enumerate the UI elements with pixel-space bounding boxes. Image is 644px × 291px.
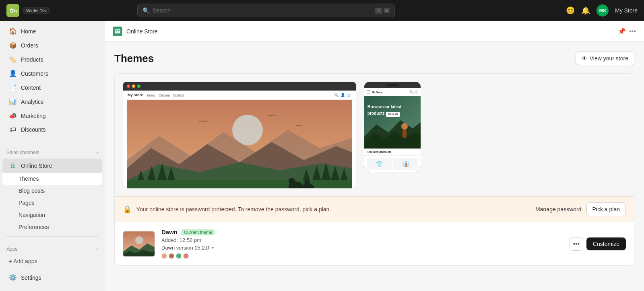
header-actions: 📌 ••• [618, 27, 636, 35]
sidebar-label-online-store: Online Store [21, 163, 52, 169]
manage-password-link[interactable]: Manage password [535, 206, 581, 213]
sidebar-divider-2 [6, 236, 98, 237]
cmd-key: ⌘ [375, 8, 382, 14]
eye-icon: 👁 [582, 55, 587, 62]
theme-actions: ••• Customize [570, 237, 626, 251]
svg-point-22 [289, 178, 295, 184]
sidebar-item-home[interactable]: 🏠 Home [2, 24, 102, 38]
settings-icon: ⚙️ [9, 274, 17, 281]
mockup-nav-icons: 🔍 👤 🛒 [334, 93, 351, 97]
sidebar-label-marketing: Marketing [21, 113, 45, 119]
customers-icon: 👤 [9, 70, 17, 77]
mobile-product-card-1: 👕 [367, 158, 392, 170]
add-apps-item[interactable]: + Add apps [2, 255, 102, 267]
search-icon: 🔍 [142, 7, 149, 14]
sidebar-item-products[interactable]: 🏷️ Products [2, 52, 102, 66]
mockup-search-icon: 🔍 [334, 93, 339, 97]
version-chevron-icon[interactable]: ▾ [212, 245, 214, 250]
sidebar-sub-label-navigation: Navigation [19, 212, 45, 218]
theme-info: Dawn Current theme Added: 12:52 pm Dawn … [161, 229, 563, 259]
avatar[interactable]: MS [597, 4, 609, 17]
sales-channels-header[interactable]: Sales channels › [0, 147, 105, 159]
sidebar-sub-item-themes[interactable]: Themes [2, 173, 102, 185]
mockup-nav-bar: My Store Home Catalog Contact 🔍 👤 🛒 [123, 91, 356, 100]
support-icon[interactable]: 😊 [566, 6, 575, 15]
pick-plan-button[interactable]: Pick a plan [586, 202, 626, 216]
theme-name: Dawn [161, 229, 178, 235]
svg-rect-29 [402, 130, 407, 138]
sidebar-sub-item-navigation[interactable]: Navigation [2, 209, 102, 221]
online-store-icon: ⊞ [9, 162, 17, 169]
mobile-product-card-2: 👔 [393, 158, 418, 170]
sidebar-sub-label-themes: Themes [19, 175, 39, 182]
mockup-content: My Store Home Catalog Contact 🔍 👤 🛒 [123, 91, 356, 188]
mobile-notch [386, 84, 398, 86]
marketing-icon: 📣 [9, 112, 17, 120]
content-header: Online Store 📌 ••• [105, 21, 644, 42]
lock-icon: 🔒 [123, 205, 132, 214]
mockup-nav-contact: Contact [173, 93, 184, 97]
sidebar-item-marketing[interactable]: 📣 Marketing [2, 109, 102, 123]
bell-icon[interactable]: 🔔 [581, 6, 590, 15]
sidebar-item-analytics[interactable]: 📊 Analytics [2, 95, 102, 109]
winter-badge: Winter '25 [23, 7, 50, 14]
more-options-icon[interactable]: ••• [629, 28, 636, 35]
sidebar-sub-item-pages[interactable]: Pages [2, 197, 102, 209]
theme-version: Dawn version 15.2.0 [161, 245, 209, 251]
sidebar-label-analytics: Analytics [21, 99, 43, 105]
page-title-row: Themes 👁 View your store [114, 52, 634, 65]
content-icon: 📄 [9, 84, 17, 91]
password-banner: 🔒 Your online store is password protecte… [115, 196, 634, 222]
mobile-content: ☰ My Store 🔍 🛒 [364, 88, 421, 172]
apps-header[interactable]: Apps › [0, 243, 105, 255]
sidebar-label-products: Products [21, 56, 43, 63]
search-input[interactable] [153, 7, 372, 14]
mobile-hero-text: Browse our latest products Shop all [367, 104, 417, 117]
store-name[interactable]: My Store [615, 7, 638, 14]
search-shortcut: ⌘ K [375, 8, 390, 14]
sidebar-sub-item-preferences[interactable]: Preferences [2, 221, 102, 233]
dot-red [127, 85, 130, 88]
sidebar-item-online-store[interactable]: ⊞ Online Store [2, 159, 102, 173]
mockup-nav-catalog: Catalog [159, 93, 170, 97]
sidebar-label-settings: Settings [21, 274, 41, 281]
sidebar-label-content: Content [21, 85, 41, 91]
theme-name-row: Dawn Current theme [161, 229, 563, 235]
sidebar-item-discounts[interactable]: 🏷 Discounts [2, 123, 102, 136]
sidebar-item-settings[interactable]: ⚙️ Settings [2, 270, 102, 285]
sidebar-sub-label-pages: Pages [19, 200, 35, 206]
svg-point-28 [401, 123, 408, 130]
mobile-shop-button[interactable]: Shop all [386, 112, 400, 117]
customize-button[interactable]: Customize [586, 237, 626, 250]
mobile-featured-label: Featured products [364, 149, 421, 156]
view-store-button[interactable]: 👁 View your store [576, 52, 634, 65]
svg-rect-4 [118, 30, 120, 31]
svg-point-24 [304, 180, 310, 185]
theme-meta-added: Added: 12:52 pm [161, 237, 563, 243]
sidebar-item-content[interactable]: 📄 Content [2, 80, 102, 95]
swatch-3 [176, 253, 182, 259]
logo-area[interactable]: 🛍 Winter '25 [6, 4, 50, 17]
pin-icon[interactable]: 📌 [618, 27, 626, 35]
search-bar[interactable]: 🔍 ⌘ K [137, 4, 395, 17]
k-key: K [384, 8, 390, 13]
sidebar-item-orders[interactable]: 📦 Orders [2, 38, 102, 52]
content-area: Online Store 📌 ••• Themes 👁 View your st… [105, 21, 644, 291]
chevron-right-icon-2: › [97, 246, 98, 252]
desktop-mockup: My Store Home Catalog Contact 🔍 👤 🛒 [123, 82, 356, 188]
svg-point-32 [135, 236, 143, 244]
mobile-title-bar [364, 82, 421, 88]
apps-label: Apps [6, 246, 17, 252]
sidebar: 🏠 Home 📦 Orders 🏷️ Products 👤 Customers … [0, 21, 105, 291]
swatch-4 [183, 253, 189, 259]
theme-more-options-button[interactable]: ••• [570, 237, 583, 251]
dot-yellow [132, 85, 135, 88]
online-store-header-icon [113, 27, 122, 36]
sidebar-sub-label-preferences: Preferences [19, 224, 49, 230]
sidebar-item-customers[interactable]: 👤 Customers [2, 66, 102, 80]
mockup-store-name: My Store [128, 93, 143, 97]
dawn-illustration [123, 100, 356, 188]
sidebar-sub-item-blog-posts[interactable]: Blog posts [2, 185, 102, 197]
products-icon: 🏷️ [9, 56, 17, 63]
shopify-logo-icon: 🛍 [6, 4, 19, 17]
